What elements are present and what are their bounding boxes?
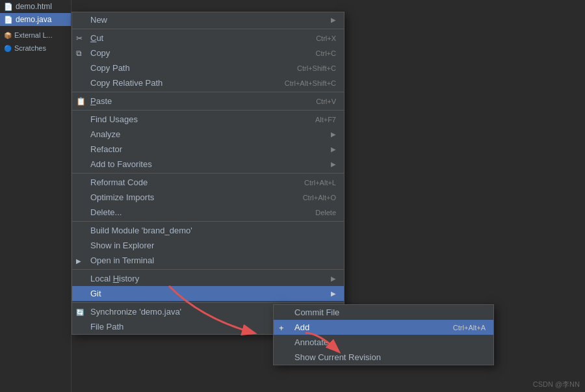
- menu-label-new: New: [90, 15, 326, 25]
- menu-arrow-git: ▶: [331, 290, 336, 297]
- menu-item-local-history[interactable]: Local History ▶: [72, 271, 344, 286]
- separator-1: [72, 29, 344, 29]
- file-name-html: demo.html: [16, 2, 52, 11]
- separator-4: [72, 173, 344, 174]
- scratches-label: Scratches: [14, 44, 46, 52]
- submenu-label-commit-file: Commit File: [294, 307, 486, 317]
- submenu-item-commit-file[interactable]: Commit File: [274, 305, 493, 320]
- submenu-item-annotate[interactable]: Annotate: [274, 335, 493, 350]
- watermark-text: CSDN @李NN: [533, 380, 580, 388]
- submenu-label-add: Add: [294, 322, 440, 332]
- menu-item-copy-path[interactable]: Copy Path Ctrl+Shift+C: [72, 60, 344, 75]
- menu-shortcut-reformat-code: Ctrl+Alt+L: [304, 179, 336, 187]
- file-item-java[interactable]: 📄 demo.java: [0, 13, 71, 26]
- copy-icon: ⧉: [76, 49, 82, 58]
- watermark: CSDN @李NN: [533, 380, 580, 389]
- menu-shortcut-optimize-imports: Ctrl+Alt+O: [303, 194, 336, 202]
- menu-item-build-module[interactable]: Build Module 'brand_demo': [72, 223, 344, 238]
- menu-item-find-usages[interactable]: Find Usages Alt+F7: [72, 112, 344, 127]
- external-libs-label: External L...: [14, 31, 53, 39]
- menu-shortcut-find-usages: Alt+F7: [315, 116, 336, 124]
- menu-shortcut-delete: Delete: [315, 209, 336, 216]
- submenu-item-show-current-revision[interactable]: Show Current Revision: [274, 350, 493, 365]
- menu-label-build-module: Build Module 'brand_demo': [90, 226, 336, 235]
- cut-icon: ✂: [76, 34, 83, 43]
- menu-shortcut-copy: Ctrl+C: [316, 49, 336, 57]
- menu-label-paste: Paste: [90, 96, 303, 106]
- menu-item-show-in-explorer[interactable]: Show in Explorer: [72, 238, 344, 253]
- add-icon: +: [279, 322, 284, 332]
- menu-label-file-path: File Path: [90, 322, 283, 332]
- menu-item-refactor[interactable]: Refactor ▶: [72, 142, 344, 157]
- menu-label-reformat-code: Reformat Code: [90, 177, 291, 187]
- menu-item-delete[interactable]: Delete... Delete: [72, 205, 344, 220]
- menu-item-cut[interactable]: ✂ Cut Ctrl+X: [72, 31, 344, 46]
- terminal-icon: ▶: [76, 257, 81, 264]
- menu-arrow-add-to-favorites: ▶: [331, 161, 336, 168]
- java-file-icon: 📄: [4, 16, 13, 24]
- menu-item-analyze[interactable]: Analyze ▶: [72, 127, 344, 142]
- submenu-shortcut-add: Ctrl+Alt+A: [453, 324, 486, 332]
- menu-arrow-refactor: ▶: [331, 146, 336, 153]
- menu-label-copy-relative-path: Copy Relative Path: [90, 78, 272, 88]
- menu-shortcut-cut: Ctrl+X: [316, 34, 336, 42]
- menu-label-git: Git: [90, 289, 326, 298]
- paste-icon: 📋: [76, 97, 86, 106]
- external-libs-icon: 📦: [4, 32, 12, 39]
- menu-item-add-to-favorites[interactable]: Add to Favorites ▶: [72, 157, 344, 172]
- menu-item-open-in-terminal[interactable]: ▶ Open in Terminal: [72, 253, 344, 268]
- submenu-label-show-current-revision: Show Current Revision: [294, 352, 486, 362]
- menu-item-reformat-code[interactable]: Reformat Code Ctrl+Alt+L: [72, 175, 344, 190]
- menu-label-add-to-favorites: Add to Favorites: [90, 159, 326, 169]
- sync-icon: 🔄: [76, 308, 84, 315]
- menu-label-cut: Cut: [90, 33, 303, 43]
- submenu-label-annotate: Annotate: [294, 337, 486, 347]
- menu-item-paste[interactable]: 📋 Paste Ctrl+V: [72, 94, 344, 109]
- menu-shortcut-copy-path: Ctrl+Shift+C: [297, 64, 336, 72]
- menu-item-copy-relative-path[interactable]: Copy Relative Path Ctrl+Alt+Shift+C: [72, 75, 344, 90]
- menu-label-find-usages: Find Usages: [90, 114, 302, 124]
- menu-label-copy: Copy: [90, 48, 303, 58]
- menu-arrow-analyze: ▶: [331, 131, 336, 138]
- menu-item-copy[interactable]: ⧉ Copy Ctrl+C: [72, 46, 344, 60]
- menu-label-show-in-explorer: Show in Explorer: [90, 241, 336, 250]
- separator-3: [72, 110, 344, 111]
- context-menu: New ▶ ✂ Cut Ctrl+X ⧉ Copy Ctrl+C Copy Pa…: [72, 12, 344, 335]
- menu-item-optimize-imports[interactable]: Optimize Imports Ctrl+Alt+O: [72, 190, 344, 205]
- sidebar-external-libs[interactable]: 📦 External L...: [0, 29, 71, 42]
- menu-arrow-local-history: ▶: [331, 275, 336, 282]
- separator-7: [72, 302, 344, 303]
- git-submenu: Commit File + Add Ctrl+Alt+A Annotate Sh…: [273, 304, 494, 365]
- menu-label-copy-path: Copy Path: [90, 63, 284, 73]
- menu-label-open-in-terminal: Open in Terminal: [90, 255, 336, 265]
- scratches-icon: 🔵: [4, 45, 12, 52]
- menu-label-delete: Delete...: [90, 207, 302, 217]
- menu-label-optimize-imports: Optimize Imports: [90, 192, 290, 202]
- menu-label-analyze: Analyze: [90, 129, 326, 139]
- separator-6: [72, 269, 344, 270]
- file-item-html[interactable]: 📄 demo.html: [0, 0, 71, 13]
- file-name-java: demo.java: [16, 15, 51, 24]
- menu-label-local-history: Local History: [90, 274, 326, 283]
- html-file-icon: 📄: [4, 3, 13, 11]
- menu-shortcut-copy-relative-path: Ctrl+Alt+Shift+C: [285, 79, 336, 87]
- menu-arrow-new: ▶: [331, 16, 336, 23]
- separator-5: [72, 221, 344, 222]
- menu-item-new[interactable]: New ▶: [72, 12, 344, 27]
- sidebar-scratches[interactable]: 🔵 Scratches: [0, 42, 71, 55]
- sidebar: 📄 demo.html 📄 demo.java 📦 External L... …: [0, 0, 72, 392]
- menu-label-refactor: Refactor: [90, 144, 326, 154]
- menu-item-git[interactable]: Git ▶: [72, 286, 344, 301]
- separator-2: [72, 92, 344, 92]
- submenu-item-add[interactable]: + Add Ctrl+Alt+A: [274, 320, 493, 335]
- menu-shortcut-paste: Ctrl+V: [316, 98, 336, 105]
